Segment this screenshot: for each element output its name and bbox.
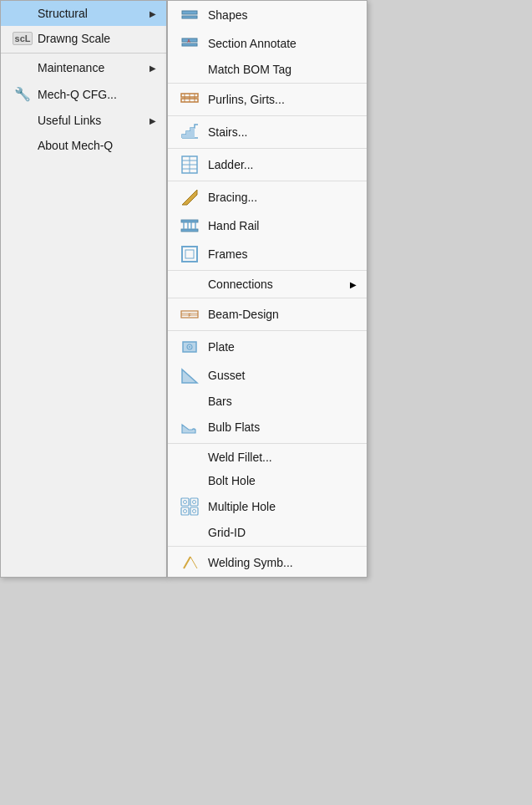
svg-point-34 bbox=[189, 346, 190, 348]
stairs-icon bbox=[178, 123, 201, 141]
submenu-item-weld-fillet[interactable]: Weld Fillet... bbox=[168, 446, 367, 469]
grid-id-label: Grid-ID bbox=[208, 526, 246, 539]
submenu-item-bracing[interactable]: Bracing... bbox=[168, 183, 367, 211]
multiple-hole-label: Multiple Hole bbox=[208, 500, 276, 513]
svg-rect-13 bbox=[190, 128, 195, 138]
svg-text:A: A bbox=[187, 38, 190, 43]
maintenance-arrow: ▶ bbox=[149, 64, 156, 73]
submenu-divider-6 bbox=[168, 298, 367, 298]
menu-item-useful-links[interactable]: Useful Links ▶ bbox=[1, 108, 166, 133]
gusset-label: Gusset bbox=[208, 369, 245, 382]
svg-rect-0 bbox=[182, 11, 197, 14]
section-annotate-label: Section Annotate bbox=[208, 37, 296, 50]
weld-fillet-label: Weld Fillet... bbox=[208, 451, 272, 464]
submenu-item-match-bom-tag[interactable]: Match BOM Tag bbox=[168, 58, 367, 81]
useful-links-label: Useful Links bbox=[38, 114, 101, 127]
about-label: About Mech-Q bbox=[38, 139, 113, 152]
menu-container: Structural ▶ scL Drawng Scale Maintenanc… bbox=[0, 0, 367, 578]
svg-point-41 bbox=[184, 510, 187, 513]
plate-icon bbox=[178, 338, 201, 356]
svg-rect-36 bbox=[181, 498, 189, 506]
primary-menu: Structural ▶ scL Drawng Scale Maintenanc… bbox=[0, 0, 167, 578]
submenu-item-frames[interactable]: Frames bbox=[168, 240, 367, 268]
submenu-divider-7 bbox=[168, 330, 367, 331]
svg-rect-21 bbox=[181, 229, 198, 232]
submenu-item-bolt-hole[interactable]: Bolt Hole bbox=[168, 469, 367, 492]
bulb-flats-label: Bulb Flats bbox=[208, 420, 260, 434]
svg-rect-27 bbox=[185, 250, 194, 258]
plate-label: Plate bbox=[208, 340, 235, 354]
svg-rect-26 bbox=[182, 247, 197, 262]
submenu-divider-8 bbox=[168, 443, 367, 444]
welding-symb-label: Welding Symb... bbox=[208, 556, 293, 569]
mech-q-cfg-icon-area: 🔧 bbox=[11, 86, 34, 102]
connections-label: Connections bbox=[208, 278, 273, 291]
frames-label: Frames bbox=[208, 247, 247, 261]
submenu-item-multiple-hole[interactable]: Multiple Hole bbox=[168, 492, 367, 521]
submenu-item-ladder[interactable]: Ladder... bbox=[168, 150, 367, 179]
wrench-icon: 🔧 bbox=[14, 86, 31, 102]
purlins-label: Purlins, Girts... bbox=[208, 93, 285, 106]
submenu-structural: Shapes A Section Annotate Match BOM Tag bbox=[167, 0, 367, 578]
ladder-icon bbox=[178, 155, 201, 174]
menu-item-maintenance[interactable]: Maintenance ▶ bbox=[1, 55, 166, 80]
submenu-divider-5 bbox=[168, 270, 367, 271]
bolt-hole-label: Bolt Hole bbox=[208, 474, 256, 487]
svg-rect-3 bbox=[182, 43, 197, 46]
submenu-item-grid-id[interactable]: Grid-ID bbox=[168, 521, 367, 544]
drawing-scale-label: Drawng Scale bbox=[38, 32, 110, 45]
submenu-item-bulb-flats[interactable]: Bulb Flats bbox=[168, 413, 367, 441]
ladder-label: Ladder... bbox=[208, 158, 254, 171]
svg-point-43 bbox=[193, 510, 196, 513]
svg-point-37 bbox=[184, 501, 187, 504]
submenu-item-beam-design[interactable]: F Beam-Design bbox=[168, 300, 367, 329]
drawing-scale-icon-area: scL bbox=[11, 32, 34, 45]
primary-divider-1 bbox=[1, 53, 166, 53]
submenu-item-section-annotate[interactable]: A Section Annotate bbox=[168, 29, 367, 58]
svg-rect-12 bbox=[186, 131, 190, 138]
submenu-item-handrail[interactable]: Hand Rail bbox=[168, 211, 367, 240]
menu-item-mech-q-cfg[interactable]: 🔧 Mech-Q CFG... bbox=[1, 80, 166, 108]
shapes-label: Shapes bbox=[208, 8, 247, 22]
submenu-divider-1 bbox=[168, 83, 367, 84]
menu-item-structural[interactable]: Structural ▶ bbox=[1, 1, 166, 26]
handrail-icon bbox=[178, 217, 201, 235]
submenu-item-shapes[interactable]: Shapes bbox=[168, 1, 367, 29]
multiple-hole-icon bbox=[178, 497, 201, 516]
shapes-icon bbox=[178, 6, 201, 24]
submenu-divider-4 bbox=[168, 181, 367, 181]
submenu-item-gusset[interactable]: Gusset bbox=[168, 361, 367, 390]
submenu-item-purlins[interactable]: Purlins, Girts... bbox=[168, 85, 367, 114]
submenu-item-plate[interactable]: Plate bbox=[168, 333, 367, 361]
handrail-label: Hand Rail bbox=[208, 219, 259, 232]
submenu-divider-9 bbox=[168, 546, 367, 547]
submenu-item-stairs[interactable]: Stairs... bbox=[168, 118, 367, 146]
useful-links-arrow: ▶ bbox=[149, 116, 156, 125]
menu-item-drawing-scale[interactable]: scL Drawng Scale bbox=[1, 26, 166, 51]
submenu-item-bars[interactable]: Bars bbox=[168, 390, 367, 413]
submenu-divider-3 bbox=[168, 148, 367, 149]
svg-marker-35 bbox=[182, 369, 197, 383]
menu-item-about[interactable]: About Mech-Q bbox=[1, 133, 166, 158]
bulb-flats-icon bbox=[178, 418, 201, 436]
structural-arrow: ▶ bbox=[149, 9, 156, 18]
submenu-item-connections[interactable]: Connections ▶ bbox=[168, 273, 367, 296]
beam-design-label: Beam-Design bbox=[208, 308, 279, 321]
svg-point-39 bbox=[193, 501, 196, 504]
svg-rect-20 bbox=[181, 220, 198, 222]
scl-icon: scL bbox=[13, 32, 33, 45]
svg-rect-38 bbox=[190, 498, 198, 506]
svg-marker-19 bbox=[182, 190, 197, 205]
stairs-label: Stairs... bbox=[208, 125, 247, 139]
svg-rect-11 bbox=[182, 135, 186, 138]
match-bom-tag-label: Match BOM Tag bbox=[208, 63, 291, 76]
bracing-label: Bracing... bbox=[208, 191, 257, 204]
submenu-item-welding-symb[interactable]: Welding Symb... bbox=[168, 548, 367, 577]
svg-rect-40 bbox=[181, 507, 189, 515]
connections-arrow: ▶ bbox=[350, 280, 357, 289]
svg-line-44 bbox=[184, 557, 190, 568]
bars-label: Bars bbox=[208, 395, 232, 408]
frames-icon bbox=[178, 245, 201, 263]
svg-text:F: F bbox=[188, 313, 190, 318]
svg-line-45 bbox=[190, 557, 197, 568]
